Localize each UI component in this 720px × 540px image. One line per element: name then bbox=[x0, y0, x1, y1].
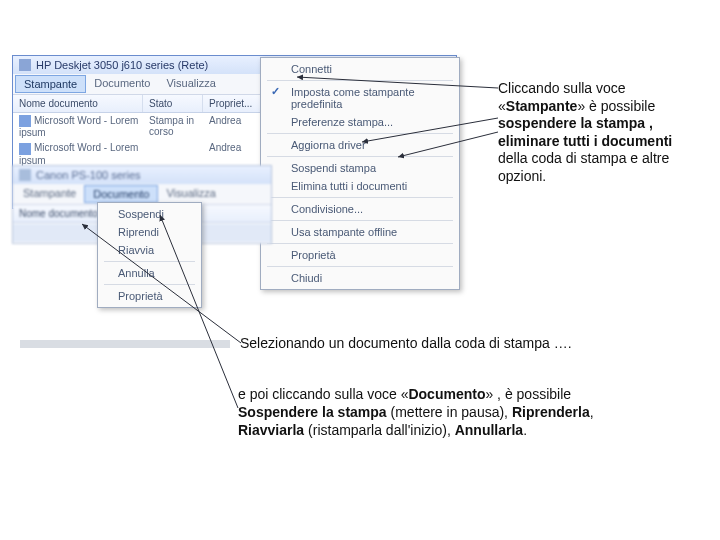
col-stato[interactable]: Stato bbox=[143, 95, 203, 112]
doc-status bbox=[149, 142, 209, 165]
divider bbox=[267, 80, 453, 81]
divider bbox=[267, 220, 453, 221]
menu-documento[interactable]: Documento bbox=[86, 75, 158, 93]
menu-stampante-2[interactable]: Stampante bbox=[15, 185, 84, 203]
menu-visualizza[interactable]: Visualizza bbox=[158, 75, 223, 93]
doc-icon bbox=[19, 143, 31, 155]
divider bbox=[267, 133, 453, 134]
printer-icon bbox=[19, 59, 31, 71]
documento-menu: Sospendi Riprendi Riavvia Annulla Propri… bbox=[97, 202, 202, 308]
menu-visualizza-2[interactable]: Visualizza bbox=[158, 185, 223, 203]
doc-name: Microsoft Word - Lorem ipsum bbox=[19, 142, 138, 165]
divider bbox=[104, 261, 195, 262]
menu-item-pref[interactable]: Preferenze stampa... bbox=[263, 113, 457, 131]
window-title-2: Canon PS-100 series bbox=[36, 169, 141, 181]
menu-item-sospendi[interactable]: Sospendi stampa bbox=[263, 159, 457, 177]
check-icon: ✓ bbox=[271, 85, 280, 98]
menu-item-elimina[interactable]: Elimina tutti i documenti bbox=[263, 177, 457, 195]
callout-documento: e poi cliccando sulla voce «Documento» ,… bbox=[238, 385, 658, 440]
menu-item-chiudi[interactable]: Chiudi bbox=[263, 269, 457, 287]
divider bbox=[104, 284, 195, 285]
doc-icon bbox=[19, 115, 31, 127]
divider bbox=[267, 156, 453, 157]
divider bbox=[267, 197, 453, 198]
callout-stampante: Cliccando sulla voce «Stampante» è possi… bbox=[498, 80, 708, 185]
doc-name: Microsoft Word - Lorem ipsum bbox=[19, 115, 138, 138]
stampante-menu: Connetti ✓Imposta come stampante predefi… bbox=[260, 57, 460, 290]
menu-stampante[interactable]: Stampante bbox=[15, 75, 86, 93]
divider bbox=[267, 266, 453, 267]
menu-item-prop-doc[interactable]: Proprietà bbox=[100, 287, 199, 305]
printer-icon bbox=[19, 169, 31, 181]
menu-item-offline[interactable]: Usa stampante offline bbox=[263, 223, 457, 241]
callout-select-doc: Selezionando un documento dalla coda di … bbox=[240, 335, 572, 351]
titlebar-2: Canon PS-100 series bbox=[13, 166, 271, 184]
menu-item-annulla[interactable]: Annulla bbox=[100, 264, 199, 282]
spool-bar bbox=[20, 340, 230, 348]
menu-item-prop[interactable]: Proprietà bbox=[263, 246, 457, 264]
doc-status: Stampa in corso bbox=[149, 115, 209, 138]
menu-item-riavvia[interactable]: Riavvia bbox=[100, 241, 199, 259]
menu-item-predef[interactable]: ✓Imposta come stampante predefinita bbox=[263, 83, 457, 113]
menu-item-sospendi-doc[interactable]: Sospendi bbox=[100, 205, 199, 223]
divider bbox=[267, 243, 453, 244]
menu-item-riprendi[interactable]: Riprendi bbox=[100, 223, 199, 241]
menu-item-aggiorna[interactable]: Aggiorna driver bbox=[263, 136, 457, 154]
menu-documento-2[interactable]: Documento bbox=[84, 185, 158, 203]
menu-item-condiv[interactable]: Condivisione... bbox=[263, 200, 457, 218]
col-nome[interactable]: Nome documento bbox=[13, 95, 143, 112]
window-title-1: HP Deskjet 3050 j610 series (Rete) bbox=[36, 59, 208, 71]
menu-item-connetti[interactable]: Connetti bbox=[263, 60, 457, 78]
